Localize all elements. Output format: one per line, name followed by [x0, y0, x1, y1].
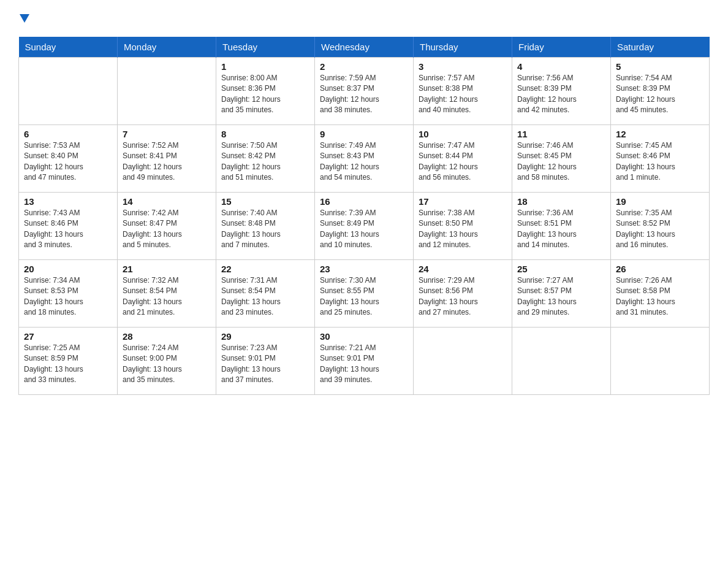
calendar-cell: 18Sunrise: 7:36 AM Sunset: 8:51 PM Dayli…	[512, 193, 611, 260]
calendar-cell: 20Sunrise: 7:34 AM Sunset: 8:53 PM Dayli…	[19, 260, 118, 327]
day-info: Sunrise: 7:38 AM Sunset: 8:50 PM Dayligh…	[419, 208, 507, 251]
calendar-cell: 2Sunrise: 7:59 AM Sunset: 8:37 PM Daylig…	[315, 58, 414, 125]
day-number: 15	[221, 196, 309, 207]
page-header	[18, 12, 710, 27]
calendar-cell: 13Sunrise: 7:43 AM Sunset: 8:46 PM Dayli…	[19, 193, 118, 260]
day-info: Sunrise: 7:25 AM Sunset: 8:59 PM Dayligh…	[24, 343, 112, 386]
calendar-table: SundayMondayTuesdayWednesdayThursdayFrid…	[18, 37, 710, 395]
day-number: 24	[419, 264, 507, 274]
calendar-cell: 11Sunrise: 7:46 AM Sunset: 8:45 PM Dayli…	[512, 125, 611, 193]
header-row: SundayMondayTuesdayWednesdayThursdayFrid…	[19, 37, 710, 58]
day-info: Sunrise: 7:53 AM Sunset: 8:40 PM Dayligh…	[24, 140, 112, 183]
day-number: 21	[123, 264, 211, 274]
calendar-cell: 22Sunrise: 7:31 AM Sunset: 8:54 PM Dayli…	[216, 260, 315, 327]
calendar-cell: 21Sunrise: 7:32 AM Sunset: 8:54 PM Dayli…	[118, 260, 216, 327]
day-info: Sunrise: 7:24 AM Sunset: 9:00 PM Dayligh…	[123, 343, 211, 386]
day-number: 12	[616, 129, 704, 139]
logo-arrow-icon	[20, 14, 29, 26]
day-number: 22	[221, 264, 309, 274]
day-number: 30	[320, 331, 408, 342]
day-number: 3	[419, 61, 507, 72]
weekday-header: Monday	[118, 37, 216, 58]
calendar-cell: 4Sunrise: 7:56 AM Sunset: 8:39 PM Daylig…	[512, 58, 611, 125]
day-number: 2	[320, 61, 408, 72]
weekday-header: Tuesday	[216, 37, 315, 58]
day-info: Sunrise: 7:54 AM Sunset: 8:39 PM Dayligh…	[616, 73, 704, 116]
day-number: 18	[517, 196, 605, 207]
calendar-row: 13Sunrise: 7:43 AM Sunset: 8:46 PM Dayli…	[19, 193, 710, 260]
day-number: 20	[24, 264, 112, 274]
day-info: Sunrise: 7:40 AM Sunset: 8:48 PM Dayligh…	[221, 208, 309, 251]
day-info: Sunrise: 7:39 AM Sunset: 8:49 PM Dayligh…	[320, 208, 408, 251]
weekday-header: Sunday	[19, 37, 118, 58]
day-number: 13	[24, 196, 112, 207]
calendar-cell	[118, 58, 216, 125]
day-number: 7	[123, 129, 211, 139]
day-info: Sunrise: 7:56 AM Sunset: 8:39 PM Dayligh…	[517, 73, 605, 116]
day-info: Sunrise: 7:52 AM Sunset: 8:41 PM Dayligh…	[123, 140, 211, 183]
day-info: Sunrise: 8:00 AM Sunset: 8:36 PM Dayligh…	[221, 73, 309, 116]
calendar-cell: 10Sunrise: 7:47 AM Sunset: 8:44 PM Dayli…	[414, 125, 512, 193]
svg-marker-0	[20, 14, 29, 23]
calendar-cell: 5Sunrise: 7:54 AM Sunset: 8:39 PM Daylig…	[611, 58, 710, 125]
day-info: Sunrise: 7:45 AM Sunset: 8:46 PM Dayligh…	[616, 140, 704, 183]
day-info: Sunrise: 7:32 AM Sunset: 8:54 PM Dayligh…	[123, 275, 211, 318]
calendar-row: 20Sunrise: 7:34 AM Sunset: 8:53 PM Dayli…	[19, 260, 710, 327]
day-number: 17	[419, 196, 507, 207]
day-info: Sunrise: 7:21 AM Sunset: 9:01 PM Dayligh…	[320, 343, 408, 386]
day-info: Sunrise: 7:50 AM Sunset: 8:42 PM Dayligh…	[221, 140, 309, 183]
calendar-cell: 8Sunrise: 7:50 AM Sunset: 8:42 PM Daylig…	[216, 125, 315, 193]
calendar-cell: 14Sunrise: 7:42 AM Sunset: 8:47 PM Dayli…	[118, 193, 216, 260]
day-info: Sunrise: 7:26 AM Sunset: 8:58 PM Dayligh…	[616, 275, 704, 318]
day-number: 9	[320, 129, 408, 139]
calendar-cell	[414, 327, 512, 395]
day-number: 6	[24, 129, 112, 139]
calendar-row: 6Sunrise: 7:53 AM Sunset: 8:40 PM Daylig…	[19, 125, 710, 193]
calendar-cell	[19, 58, 118, 125]
logo-text	[18, 12, 29, 29]
logo	[18, 12, 29, 27]
calendar-cell: 1Sunrise: 8:00 AM Sunset: 8:36 PM Daylig…	[216, 58, 315, 125]
calendar-cell: 28Sunrise: 7:24 AM Sunset: 9:00 PM Dayli…	[118, 327, 216, 395]
day-info: Sunrise: 7:31 AM Sunset: 8:54 PM Dayligh…	[221, 275, 309, 318]
calendar-cell: 7Sunrise: 7:52 AM Sunset: 8:41 PM Daylig…	[118, 125, 216, 193]
day-info: Sunrise: 7:49 AM Sunset: 8:43 PM Dayligh…	[320, 140, 408, 183]
calendar-cell: 30Sunrise: 7:21 AM Sunset: 9:01 PM Dayli…	[315, 327, 414, 395]
day-number: 27	[24, 331, 112, 342]
day-info: Sunrise: 7:42 AM Sunset: 8:47 PM Dayligh…	[123, 208, 211, 251]
calendar-cell: 27Sunrise: 7:25 AM Sunset: 8:59 PM Dayli…	[19, 327, 118, 395]
calendar-row: 1Sunrise: 8:00 AM Sunset: 8:36 PM Daylig…	[19, 58, 710, 125]
day-number: 28	[123, 331, 211, 342]
calendar-cell: 25Sunrise: 7:27 AM Sunset: 8:57 PM Dayli…	[512, 260, 611, 327]
calendar-cell: 3Sunrise: 7:57 AM Sunset: 8:38 PM Daylig…	[414, 58, 512, 125]
day-info: Sunrise: 7:59 AM Sunset: 8:37 PM Dayligh…	[320, 73, 408, 116]
day-number: 14	[123, 196, 211, 207]
day-number: 29	[221, 331, 309, 342]
calendar-cell: 24Sunrise: 7:29 AM Sunset: 8:56 PM Dayli…	[414, 260, 512, 327]
calendar-cell	[512, 327, 611, 395]
calendar-body: 1Sunrise: 8:00 AM Sunset: 8:36 PM Daylig…	[19, 58, 710, 395]
weekday-header: Friday	[512, 37, 611, 58]
day-info: Sunrise: 7:30 AM Sunset: 8:55 PM Dayligh…	[320, 275, 408, 318]
day-info: Sunrise: 7:46 AM Sunset: 8:45 PM Dayligh…	[517, 140, 605, 183]
calendar-header: SundayMondayTuesdayWednesdayThursdayFrid…	[19, 37, 710, 58]
day-info: Sunrise: 7:36 AM Sunset: 8:51 PM Dayligh…	[517, 208, 605, 251]
weekday-header: Thursday	[414, 37, 512, 58]
day-number: 10	[419, 129, 507, 139]
day-number: 8	[221, 129, 309, 139]
calendar-cell: 29Sunrise: 7:23 AM Sunset: 9:01 PM Dayli…	[216, 327, 315, 395]
day-number: 4	[517, 61, 605, 72]
calendar-cell: 15Sunrise: 7:40 AM Sunset: 8:48 PM Dayli…	[216, 193, 315, 260]
calendar-cell: 23Sunrise: 7:30 AM Sunset: 8:55 PM Dayli…	[315, 260, 414, 327]
calendar-cell: 6Sunrise: 7:53 AM Sunset: 8:40 PM Daylig…	[19, 125, 118, 193]
day-number: 5	[616, 61, 704, 72]
calendar-cell: 16Sunrise: 7:39 AM Sunset: 8:49 PM Dayli…	[315, 193, 414, 260]
day-info: Sunrise: 7:27 AM Sunset: 8:57 PM Dayligh…	[517, 275, 605, 318]
day-info: Sunrise: 7:23 AM Sunset: 9:01 PM Dayligh…	[221, 343, 309, 386]
day-number: 26	[616, 264, 704, 274]
calendar-row: 27Sunrise: 7:25 AM Sunset: 8:59 PM Dayli…	[19, 327, 710, 395]
day-info: Sunrise: 7:43 AM Sunset: 8:46 PM Dayligh…	[24, 208, 112, 251]
calendar-cell: 17Sunrise: 7:38 AM Sunset: 8:50 PM Dayli…	[414, 193, 512, 260]
calendar-cell: 9Sunrise: 7:49 AM Sunset: 8:43 PM Daylig…	[315, 125, 414, 193]
calendar-cell: 26Sunrise: 7:26 AM Sunset: 8:58 PM Dayli…	[611, 260, 710, 327]
